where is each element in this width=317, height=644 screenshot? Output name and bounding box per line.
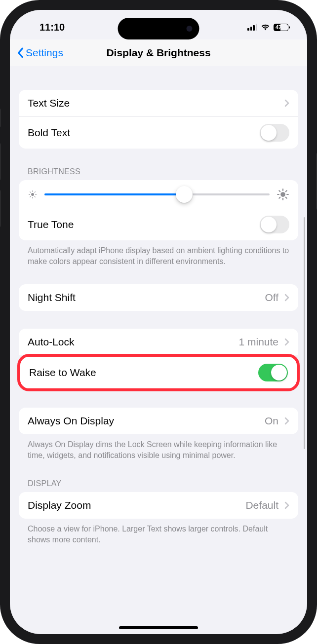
bold-text-row[interactable]: Bold Text: [19, 116, 298, 149]
brightness-group: True Tone: [19, 180, 298, 240]
sun-small-icon: [28, 189, 38, 199]
svg-line-8: [35, 192, 35, 192]
raise-to-wake-switch[interactable]: [258, 364, 288, 381]
phone-frame: 11:10 47 Settings: [0, 0, 317, 644]
svg-line-6: [35, 196, 35, 197]
status-icons: 47: [247, 24, 288, 31]
chevron-right-icon: [284, 338, 289, 346]
cellular-icon: [247, 24, 257, 31]
battery-percent: 47: [276, 24, 281, 30]
always-on-footer: Always On Display dims the Lock Screen w…: [10, 434, 307, 460]
display-header: DISPLAY: [10, 475, 307, 492]
text-size-label: Text Size: [28, 97, 70, 109]
text-size-row[interactable]: Text Size: [19, 90, 298, 116]
svg-line-17: [286, 190, 287, 191]
bold-text-switch[interactable]: [260, 124, 289, 142]
chevron-right-icon: [284, 99, 289, 107]
home-indicator[interactable]: [119, 626, 198, 629]
svg-line-14: [279, 190, 280, 191]
raise-to-wake-highlight: Raise to Wake: [17, 354, 300, 391]
night-shift-group: Night Shift Off: [19, 284, 298, 311]
sun-large-icon: [277, 188, 289, 201]
back-label: Settings: [26, 47, 63, 59]
auto-lock-row[interactable]: Auto-Lock 1 minute: [19, 329, 298, 355]
display-zoom-footer: Choose a view for iPhone. Larger Text sh…: [10, 519, 307, 545]
battery-icon: 47: [274, 24, 288, 31]
mute-switch: [0, 109, 1, 127]
camera-dot-icon: [187, 26, 193, 32]
auto-lock-label: Auto-Lock: [28, 336, 75, 348]
content: Text Size Bold Text BRIGHTNESS: [10, 66, 307, 560]
chevron-right-icon: [284, 417, 289, 425]
nav-bar: Settings Display & Brightness: [10, 39, 307, 66]
always-on-label: Always On Display: [28, 415, 114, 427]
brightness-header: BRIGHTNESS: [10, 163, 307, 180]
slider-fill: [44, 193, 184, 195]
display-zoom-group: Display Zoom Default: [19, 492, 298, 519]
chevron-left-icon: [17, 47, 24, 58]
chevron-right-icon: [284, 294, 289, 302]
status-time: 11:10: [40, 22, 65, 33]
svg-point-0: [31, 193, 34, 196]
always-on-row[interactable]: Always On Display On: [19, 408, 298, 434]
night-shift-label: Night Shift: [28, 292, 76, 303]
display-zoom-row[interactable]: Display Zoom Default: [19, 492, 298, 519]
text-group: Text Size Bold Text: [19, 90, 298, 149]
chevron-right-icon: [284, 501, 289, 509]
svg-line-16: [279, 197, 280, 198]
brightness-slider-row[interactable]: [19, 180, 298, 209]
volume-up-button: [0, 143, 1, 180]
auto-lock-group: Auto-Lock 1 minute: [19, 329, 298, 355]
bold-text-label: Bold Text: [28, 127, 70, 139]
svg-point-9: [280, 192, 285, 197]
raise-to-wake-label: Raise to Wake: [29, 367, 96, 379]
dynamic-island: [118, 18, 199, 39]
page-title: Display & Brightness: [106, 47, 210, 59]
night-shift-row[interactable]: Night Shift Off: [19, 284, 298, 311]
svg-line-15: [286, 197, 287, 198]
svg-line-7: [30, 196, 31, 197]
true-tone-label: True Tone: [28, 219, 74, 230]
always-on-group: Always On Display On: [19, 408, 298, 434]
night-shift-value: Off: [265, 292, 282, 303]
volume-down-button: [0, 190, 1, 227]
display-zoom-value: Default: [245, 499, 282, 511]
svg-line-5: [30, 192, 31, 192]
always-on-value: On: [265, 415, 282, 427]
slider-thumb[interactable]: [176, 186, 193, 203]
true-tone-footer: Automatically adapt iPhone display based…: [10, 240, 307, 266]
raise-to-wake-row[interactable]: Raise to Wake: [20, 357, 297, 388]
true-tone-switch[interactable]: [260, 216, 289, 233]
display-zoom-label: Display Zoom: [28, 499, 91, 511]
wifi-icon: [261, 24, 270, 31]
screen: 11:10 47 Settings: [10, 10, 307, 634]
auto-lock-value: 1 minute: [238, 336, 282, 348]
brightness-slider[interactable]: [44, 193, 270, 195]
back-button[interactable]: Settings: [17, 47, 63, 59]
scroll-indicator[interactable]: [304, 217, 305, 449]
true-tone-row[interactable]: True Tone: [19, 209, 298, 240]
